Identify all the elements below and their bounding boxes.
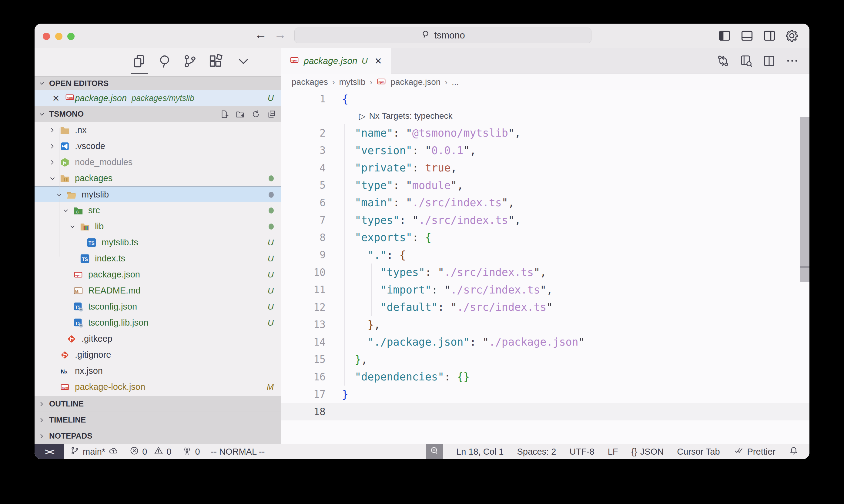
search-icon[interactable] <box>157 53 173 69</box>
more-views-chevron-icon[interactable] <box>236 53 251 69</box>
status-encoding[interactable]: UTF-8 <box>569 447 594 457</box>
window-minimize-button[interactable] <box>55 33 63 40</box>
window-maximize-button[interactable] <box>67 33 74 40</box>
open-editor-item[interactable]: ✕ npm package.json packages/mytslib U <box>35 90 281 106</box>
line-number: 15 <box>281 354 326 365</box>
code-line-7: 7 "types": "./src/index.ts", <box>281 211 809 229</box>
status-branch[interactable]: main* <box>70 446 119 458</box>
tree-item-.nx[interactable]: .nx <box>35 122 281 138</box>
command-center-search[interactable]: tsmono <box>294 28 591 43</box>
node-icon: js <box>59 157 71 168</box>
codelens-nx-targets[interactable]: ▷Nx Targets: typecheck <box>281 108 809 125</box>
close-icon[interactable]: ✕ <box>52 93 60 104</box>
chevron-down-icon <box>38 110 46 119</box>
navigate-back-icon[interactable]: ← <box>255 28 267 41</box>
code-line-18: 18 <box>281 403 809 421</box>
line-number: 10 <box>281 267 326 278</box>
breadcrumb-item[interactable]: ... <box>452 77 459 87</box>
source-control-icon[interactable] <box>182 53 198 69</box>
settings-gear-icon[interactable] <box>785 29 798 42</box>
tree-item-node_modules[interactable]: js node_modules <box>35 154 281 170</box>
run-icon: ▷ <box>359 111 366 121</box>
tab-package-json[interactable]: npm package.json U ✕ <box>281 48 391 74</box>
breadcrumb-item[interactable]: package.json <box>391 77 441 87</box>
status-feedback[interactable]: 0 <box>182 446 200 458</box>
file-tree: .nx .vscode js node_modules packages myt… <box>35 122 281 395</box>
tree-item-.gitkeep[interactable]: .gitkeep <box>35 331 281 347</box>
navigate-forward-icon[interactable]: → <box>274 28 286 41</box>
explorer-icon[interactable] <box>131 53 147 69</box>
line-number: 7 <box>281 214 326 226</box>
split-editor-icon[interactable] <box>762 54 776 68</box>
tree-item-.gitignore[interactable]: .gitignore <box>35 347 281 363</box>
status-problems[interactable]: 0 0 <box>130 446 171 458</box>
tree-item-package.json[interactable]: npm package.json U <box>35 267 281 283</box>
tree-item-.vscode[interactable]: .vscode <box>35 138 281 154</box>
refresh-icon[interactable] <box>251 110 260 119</box>
section-open-editors[interactable]: OPEN EDITORS <box>35 76 281 90</box>
zoom-button[interactable] <box>426 444 443 460</box>
breadcrumb-separator: › <box>332 77 335 87</box>
status-vim-mode[interactable]: -- NORMAL -- <box>211 447 265 457</box>
svg-text:TS: TS <box>88 240 94 246</box>
editor-group: npm package.json U ✕ packages›mytslib›np… <box>281 48 809 444</box>
more-actions-icon[interactable] <box>785 54 799 68</box>
breadcrumb[interactable]: packages›mytslib›npmpackage.json›... <box>281 74 809 90</box>
section-notepads[interactable]: NOTEPADS <box>35 428 281 444</box>
chevron-right-icon <box>38 400 46 408</box>
toggle-primary-sidebar-icon[interactable] <box>718 29 731 42</box>
status-formatter[interactable]: Prettier <box>733 446 775 458</box>
ts-gear-icon: TS <box>72 317 84 329</box>
tree-item-package-lock.json[interactable]: npm package-lock.json M <box>35 379 281 395</box>
collapse-all-icon[interactable] <box>267 110 276 119</box>
tree-item-label: mytslib <box>82 190 109 200</box>
extensions-icon[interactable] <box>208 53 223 69</box>
open-changes-icon[interactable] <box>716 54 730 68</box>
tree-item-index.ts[interactable]: TS index.ts U <box>35 251 281 267</box>
tab-label: package.json <box>304 56 358 66</box>
new-file-icon[interactable] <box>220 110 229 119</box>
chevron-down-icon <box>59 206 72 215</box>
toggle-panel-icon[interactable] <box>740 29 754 42</box>
code-line-14: 14 "./package.json": "./package.json" <box>281 334 809 351</box>
tree-item-mytslib[interactable]: mytslib <box>35 186 281 202</box>
status-indentation[interactable]: Spaces: 2 <box>517 447 556 457</box>
section-label: OUTLINE <box>49 399 84 409</box>
tree-item-tsconfig.lib.json[interactable]: TS tsconfig.lib.json U <box>35 315 281 331</box>
vscode-icon <box>59 141 71 152</box>
status-cursor-position[interactable]: Ln 18, Col 1 <box>456 447 503 457</box>
tree-indent-guide <box>59 128 59 256</box>
tree-item-README.md[interactable]: M↓ README.md U <box>35 283 281 299</box>
npm-icon: npm <box>377 77 386 87</box>
tree-item-tsconfig.json[interactable]: TS tsconfig.json U <box>35 299 281 315</box>
tree-item-packages[interactable]: packages <box>35 170 281 186</box>
tree-item-src[interactable]: 〈〉 src <box>35 202 281 218</box>
breadcrumb-item[interactable]: packages <box>292 77 328 87</box>
scrollbar[interactable] <box>800 117 809 282</box>
open-preview-icon[interactable] <box>739 54 753 68</box>
tree-item-mytslib.ts[interactable]: TS mytslib.ts U <box>35 234 281 251</box>
section-outline[interactable]: OUTLINE <box>35 396 281 412</box>
tab-close-icon[interactable]: ✕ <box>374 56 382 66</box>
code-editor[interactable]: 1{ ▷Nx Targets: typecheck 2 "name": "@ts… <box>281 90 809 444</box>
breadcrumb-item[interactable]: mytslib <box>339 77 366 87</box>
tree-item-lib[interactable]: lib <box>35 218 281 234</box>
status-cursor-tab[interactable]: Cursor Tab <box>677 447 720 457</box>
window-close-button[interactable] <box>43 33 50 40</box>
code-line-13: 13 }, <box>281 316 809 334</box>
folder-open-icon <box>66 189 77 200</box>
svg-text:M↓: M↓ <box>75 289 80 293</box>
git-icon <box>59 349 71 361</box>
toggle-secondary-sidebar-icon[interactable] <box>763 29 776 42</box>
remote-indicator[interactable]: >< <box>35 444 64 459</box>
notifications-bell[interactable] <box>789 446 798 458</box>
chevron-right-icon <box>38 416 46 424</box>
status-language[interactable]: {} JSON <box>631 447 664 457</box>
code-line-11: 11 "import": "./src/index.ts", <box>281 281 809 299</box>
section-workspace[interactable]: TSMONO <box>35 106 281 122</box>
code-line-15: 15 }, <box>281 351 809 368</box>
section-timeline[interactable]: TIMELINE <box>35 412 281 428</box>
tree-item-nx.json[interactable]: Nx nx.json <box>35 363 281 379</box>
new-folder-icon[interactable] <box>236 110 245 119</box>
status-eol[interactable]: LF <box>608 447 618 457</box>
